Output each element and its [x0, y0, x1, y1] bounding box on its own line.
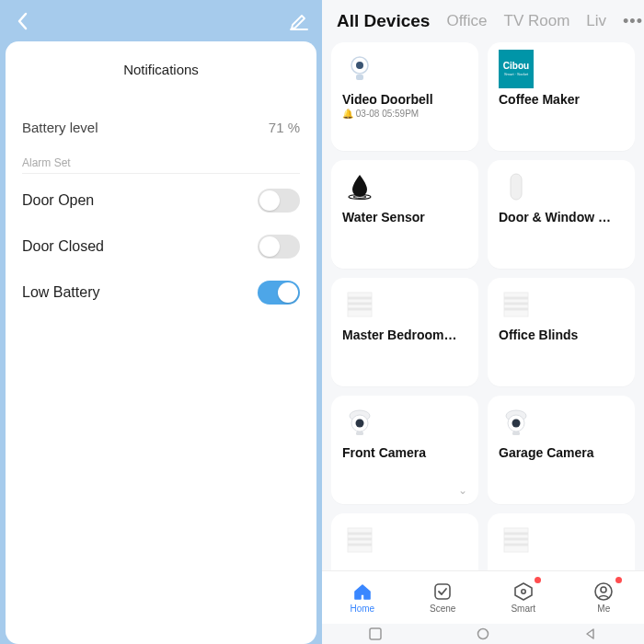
nav-smart[interactable]: Smart [483, 571, 564, 624]
device-name: Video Doorbell [342, 92, 467, 107]
water-icon [342, 169, 377, 204]
device-timestamp: 🔔 03-08 05:59PM [342, 109, 467, 119]
battery-label: Battery level [22, 120, 98, 135]
battery-row: Battery level 71 % [22, 105, 300, 149]
home-icon[interactable] [476, 627, 490, 641]
device-name: Garage Camera [499, 445, 624, 460]
cam-icon [499, 405, 534, 440]
tab-all-devices[interactable]: All Devices [337, 11, 430, 31]
bottom-nav: Home Scene Smart Me [322, 570, 644, 624]
svg-rect-22 [512, 431, 520, 435]
card-title: Notifications [22, 41, 300, 105]
svg-point-17 [356, 420, 364, 428]
device-name: Door & Window … [499, 210, 624, 224]
device-card-coffee-maker[interactable]: CibouSmart · Socket Coffee Maker [488, 42, 635, 151]
notifications-card: Notifications Battery level 71 % Alarm S… [6, 41, 316, 644]
doorbell-icon [342, 52, 377, 86]
device-card-partial[interactable] [331, 513, 478, 570]
devices-panel: All DevicesOfficeTV RoomLiv••• Video Doo… [322, 0, 644, 644]
blinds-icon [499, 523, 534, 558]
notification-dot [615, 577, 622, 583]
toggle-row-door-closed: Door Closed [22, 224, 300, 270]
notification-dot [535, 577, 541, 583]
svg-rect-35 [370, 628, 381, 639]
svg-rect-3 [356, 75, 363, 80]
edit-icon[interactable] [285, 7, 313, 35]
left-header [0, 0, 322, 41]
tab-liv[interactable]: Liv [586, 12, 606, 30]
device-card-partial[interactable] [488, 513, 635, 570]
device-name: Front Camera [342, 445, 467, 460]
device-card-water-sensor[interactable]: Water Sensor [331, 160, 478, 269]
nav-label: Home [350, 604, 374, 614]
toggle-label: Door Open [22, 192, 94, 209]
more-icon[interactable]: ••• [623, 12, 643, 31]
device-card-door-window-[interactable]: Door & Window … [488, 160, 635, 269]
nav-scene[interactable]: Scene [403, 571, 484, 624]
cibou-icon: CibouSmart · Socket [499, 52, 534, 86]
svg-point-32 [522, 590, 525, 593]
android-nav-bar [322, 624, 644, 644]
home-icon [352, 581, 373, 602]
nav-label: Scene [430, 604, 455, 614]
back-icon[interactable] [9, 7, 37, 35]
toggle-label: Door Closed [22, 238, 104, 255]
nav-me[interactable]: Me [564, 571, 645, 624]
alarm-section-label: Alarm Set [22, 149, 300, 174]
device-tabs: All DevicesOfficeTV RoomLiv••• [322, 0, 644, 39]
scene-icon [432, 581, 453, 602]
nav-label: Smart [511, 604, 535, 614]
nav-label: Me [597, 604, 610, 614]
toggle-row-door-open: Door Open [22, 178, 300, 224]
recent-apps-icon[interactable] [368, 627, 383, 641]
cam-icon [342, 405, 377, 440]
chevron-down-icon[interactable]: ⌄ [458, 484, 467, 497]
svg-rect-6 [511, 174, 522, 200]
notifications-panel: Notifications Battery level 71 % Alarm S… [0, 0, 322, 644]
toggle-switch[interactable] [258, 189, 300, 213]
battery-value: 71 % [269, 120, 300, 135]
me-icon [593, 581, 614, 602]
svg-point-36 [477, 629, 488, 639]
contact-icon [499, 169, 534, 204]
device-card-office-blinds[interactable]: Office Blinds [488, 278, 635, 386]
device-grid: Video Doorbell🔔 03-08 05:59PMCibouSmart … [322, 39, 644, 570]
svg-point-34 [601, 587, 606, 592]
svg-rect-31 [435, 584, 450, 599]
device-name: Coffee Maker [499, 92, 624, 107]
blinds-icon [499, 287, 534, 322]
toggle-switch[interactable] [258, 235, 300, 259]
toggle-label: Low Battery [22, 284, 99, 301]
smart-icon [513, 581, 534, 602]
tab-office[interactable]: Office [446, 12, 487, 30]
device-card-master-bedroom-[interactable]: Master Bedroom… [331, 278, 478, 386]
svg-point-2 [356, 62, 363, 69]
toggle-switch[interactable] [258, 281, 300, 305]
svg-rect-18 [356, 431, 363, 435]
svg-point-21 [512, 420, 521, 428]
device-card-video-doorbell[interactable]: Video Doorbell🔔 03-08 05:59PM [331, 42, 478, 151]
device-card-garage-camera[interactable]: Garage Camera [488, 396, 635, 504]
nav-home[interactable]: Home [322, 571, 403, 624]
back-icon[interactable] [583, 627, 598, 641]
toggle-row-low-battery: Low Battery [22, 270, 300, 316]
blinds-icon [342, 523, 377, 558]
device-name: Office Blinds [499, 328, 624, 342]
blinds-icon [342, 287, 377, 322]
device-name: Master Bedroom… [342, 328, 467, 342]
device-name: Water Sensor [342, 210, 467, 224]
device-card-front-camera[interactable]: Front Camera⌄ [331, 396, 478, 504]
tab-tv-room[interactable]: TV Room [504, 12, 570, 30]
